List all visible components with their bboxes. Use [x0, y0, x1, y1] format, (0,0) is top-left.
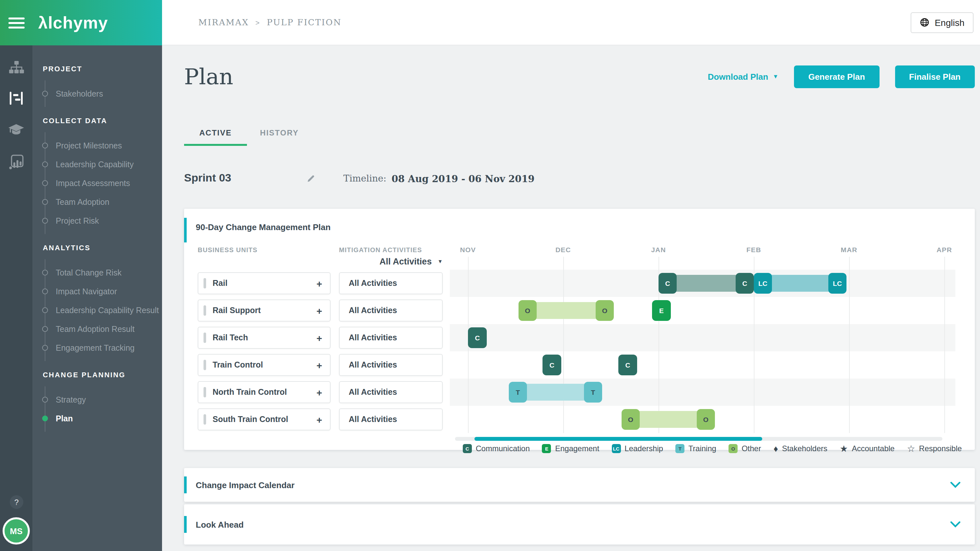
legend-swatch-communication: C [463, 444, 472, 453]
drag-handle[interactable] [204, 333, 206, 343]
plan-row-north-train-control: North Train Control+All Activities [198, 381, 443, 403]
finalise-plan-button[interactable]: Finalise Plan [895, 65, 975, 88]
add-activity-button[interactable]: + [316, 306, 322, 315]
mitigation-activities-select[interactable]: All Activities [339, 354, 443, 376]
gantt-block[interactable]: O [596, 300, 614, 321]
business-unit-rail[interactable]: Rail+ [198, 272, 331, 294]
mitigation-activities-select[interactable]: All Activities [339, 408, 443, 430]
gantt-bar-rail-communication[interactable]: CC [659, 273, 754, 294]
gantt-block[interactable]: C [736, 273, 754, 294]
sidebar-item-label: Engagement Tracking [56, 343, 135, 352]
add-activity-button[interactable]: + [316, 279, 322, 288]
learning-icon[interactable] [0, 123, 32, 137]
sidebar-item-total-change-risk[interactable]: Total Change Risk [32, 263, 162, 282]
business-unit-north-train-control[interactable]: North Train Control+ [198, 381, 331, 403]
edit-pencil-icon[interactable] [306, 174, 316, 183]
gantt-block[interactable]: O [697, 409, 715, 430]
hamburger-menu-icon[interactable] [8, 14, 25, 31]
gantt-bar-north-train-control-training[interactable]: TT [509, 382, 602, 403]
tab-history[interactable]: HISTORY [256, 124, 303, 146]
gantt-block[interactable]: T [509, 382, 527, 403]
business-unit-rail-tech[interactable]: Rail Tech+ [198, 327, 331, 349]
sidebar-item-impact-navigator[interactable]: Impact Navigator [32, 282, 162, 301]
look-ahead-section[interactable]: Look Ahead [184, 504, 975, 545]
mitigation-activities-select[interactable]: All Activities [339, 272, 443, 294]
change-impact-calendar-section[interactable]: Change Impact Calendar [184, 468, 975, 502]
help-button[interactable]: ? [10, 495, 23, 509]
user-avatar[interactable]: MS [3, 517, 30, 545]
gantt-legend: CCommunicationEEngagementLCLeadershipTTr… [463, 444, 962, 453]
gantt-bar-rail-support-other[interactable]: OO [519, 300, 614, 321]
language-button[interactable]: English [911, 12, 974, 33]
sidebar-item-team-adoption-result[interactable]: Team Adoption Result [32, 320, 162, 338]
sidebar-item-team-adoption[interactable]: Team Adoption [32, 193, 162, 211]
mitigation-activities-value: All Activities [349, 279, 397, 288]
activities-filter[interactable]: All Activities ▼ [339, 257, 443, 266]
drag-handle[interactable] [204, 414, 206, 425]
drag-handle[interactable] [204, 360, 206, 370]
business-unit-rail-support[interactable]: Rail Support+ [198, 299, 331, 322]
nav-section-title-project: PROJECT [43, 65, 162, 73]
add-activity-button[interactable]: + [316, 414, 322, 424]
tab-active[interactable]: ACTIVE [184, 124, 247, 146]
gantt-block-train-control-communication[interactable]: C [618, 355, 637, 375]
chevron-down-icon[interactable] [950, 521, 961, 528]
analytics-icon[interactable] [0, 154, 32, 170]
legend-item-communication: CCommunication [463, 444, 530, 453]
sidebar-item-strategy[interactable]: Strategy [32, 390, 162, 409]
sidebar-item-impact-assessments[interactable]: Impact Assessments [32, 174, 162, 193]
app-logo[interactable]: λlchymy [38, 13, 108, 33]
mitigation-activities-select[interactable]: All Activities [339, 381, 443, 403]
sidebar-item-leadership-capability[interactable]: Leadership Capability [32, 155, 162, 174]
business-unit-label: South Train Control [213, 415, 288, 424]
gantt-block-rail-support-engagement[interactable]: E [652, 300, 671, 321]
gantt-gridline [849, 257, 850, 433]
gantt-block[interactable]: C [659, 273, 677, 294]
gantt-scrollbar-track[interactable] [455, 437, 942, 441]
gantt-block[interactable]: LC [828, 273, 846, 294]
add-activity-button[interactable]: + [316, 333, 322, 342]
sidebar-item-plan[interactable]: Plan [32, 409, 162, 428]
sidebar-item-project-milestones[interactable]: Project Milestones [32, 136, 162, 155]
drag-handle[interactable] [204, 278, 206, 288]
gantt-bar-south-train-control-other[interactable]: OO [622, 409, 715, 430]
business-unit-south-train-control[interactable]: South Train Control+ [198, 408, 331, 430]
month-label-mar: MAR [830, 246, 869, 253]
chevron-down-icon[interactable] [950, 482, 961, 488]
section-title: Look Ahead [196, 519, 244, 529]
gantt-block[interactable]: T [584, 382, 602, 403]
add-activity-button[interactable]: + [316, 387, 322, 397]
add-activity-button[interactable]: + [316, 360, 322, 370]
generate-plan-button[interactable]: Generate Plan [794, 65, 879, 88]
gantt-block[interactable]: LC [754, 273, 772, 294]
gantt-bar-rail-leadership[interactable]: LCLC [754, 273, 846, 294]
plan-gantt-icon[interactable] [0, 91, 32, 106]
nav-section-items: StrategyPlan [32, 390, 162, 428]
business-unit-train-control[interactable]: Train Control+ [198, 354, 331, 376]
gantt-block[interactable]: O [519, 300, 537, 321]
download-plan-button[interactable]: Download Plan ▼ [708, 72, 778, 81]
legend-item-other: OOther [729, 444, 761, 453]
sprint-row: Sprint 03 Timeline: 08 Aug 2019 - 06 Nov… [184, 167, 975, 189]
sidebar-item-engagement-tracking[interactable]: Engagement Tracking [32, 338, 162, 357]
sidebar-item-label: Total Change Risk [56, 268, 121, 277]
sidebar-item-label: Impact Navigator [56, 287, 117, 296]
gantt-scrollbar-thumb[interactable] [474, 437, 762, 441]
mitigation-activities-value: All Activities [349, 333, 397, 342]
drag-handle[interactable] [204, 387, 206, 397]
gantt-block-train-control-communication[interactable]: C [542, 355, 561, 375]
mitigation-activities-select[interactable]: All Activities [339, 299, 443, 322]
breadcrumb-project[interactable]: PULP FICTION [267, 18, 342, 27]
card-accent-bar [184, 516, 187, 533]
gantt-block-rail-tech-communication[interactable]: C [468, 327, 487, 348]
timeline-dot [42, 199, 48, 205]
gantt-bar-fill [515, 384, 596, 401]
org-chart-icon[interactable] [0, 61, 32, 75]
breadcrumb-company[interactable]: MIRAMAX [198, 18, 249, 27]
sidebar-item-project-risk[interactable]: Project Risk [32, 211, 162, 230]
drag-handle[interactable] [204, 305, 206, 316]
gantt-block[interactable]: O [622, 409, 640, 430]
sidebar-item-leadership-capability-result[interactable]: Leadership Capability Result [32, 301, 162, 320]
mitigation-activities-select[interactable]: All Activities [339, 327, 443, 349]
sidebar-item-stakeholders[interactable]: Stakeholders [32, 84, 162, 103]
